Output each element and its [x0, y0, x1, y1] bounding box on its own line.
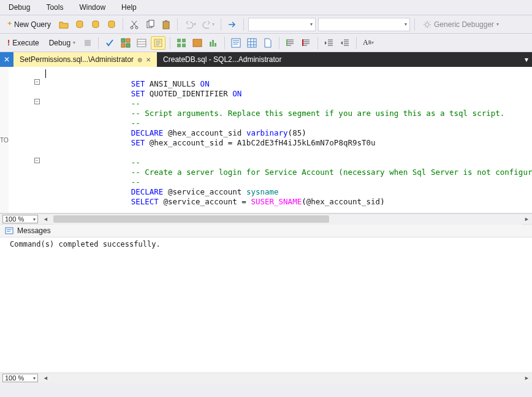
execute-button[interactable]: ! Execute: [4, 36, 43, 50]
estimated-plan-icon[interactable]: [119, 36, 132, 50]
db-icon-1[interactable]: [73, 18, 86, 31]
left-vertical-label: TO: [0, 137, 9, 144]
menu-debug[interactable]: Debug: [6, 2, 32, 13]
copy-icon[interactable]: [143, 18, 157, 31]
menu-window[interactable]: Window: [77, 2, 108, 13]
svg-rect-10: [85, 40, 91, 46]
tab-createdb[interactable]: CreateDB.sql - SQL2...Administrator: [157, 52, 287, 67]
parse-icon[interactable]: [103, 36, 116, 50]
svg-rect-21: [193, 39, 202, 47]
svg-point-9: [425, 23, 429, 26]
comment-icon[interactable]: [284, 36, 297, 50]
close-panel-button[interactable]: ✕: [0, 52, 13, 67]
toolbar-main: ⁺ New Query ▾ ▾ ▾ ▾ Generic Debugger ▾: [0, 15, 532, 34]
tab-setpermissions[interactable]: SetPermissions.sql...\Administrator ⊕ ✕: [13, 52, 157, 67]
tab-overflow-dropdown[interactable]: ▾: [521, 55, 532, 64]
svg-rect-27: [286, 39, 287, 46]
new-query-label: New Query: [14, 20, 51, 29]
messages-text: Command(s) completed successfully.: [10, 240, 161, 249]
results-file-icon[interactable]: [261, 36, 275, 50]
svg-rect-13: [121, 44, 125, 47]
svg-rect-12: [126, 39, 130, 42]
zoom-value: 100 %: [5, 215, 24, 223]
text-cursor: [45, 69, 46, 78]
query-options-icon[interactable]: [135, 36, 148, 50]
svg-rect-22: [210, 42, 211, 47]
navigate-icon[interactable]: [226, 18, 239, 31]
code-content[interactable]: SET ANSI_NULLS ON SET QUOTED_IDENTIFIER …: [9, 67, 532, 213]
intellisense-icon[interactable]: [151, 36, 165, 50]
db-icon-2[interactable]: [89, 18, 102, 31]
svg-rect-19: [177, 44, 181, 47]
svg-rect-15: [137, 39, 146, 47]
editor-hscroll: 100 %▾ ◄ ►: [0, 214, 532, 224]
scroll-right-icon[interactable]: ►: [522, 216, 532, 222]
scroll-left-icon[interactable]: ◄: [40, 375, 51, 381]
zoom-dropdown[interactable]: 100 %▾: [2, 215, 38, 223]
messages-icon: [5, 226, 13, 235]
cut-icon[interactable]: [127, 18, 141, 31]
svg-rect-28: [302, 39, 303, 46]
pin-icon[interactable]: ⊕: [137, 56, 142, 63]
messages-output[interactable]: Command(s) completed successfully.: [0, 237, 532, 372]
redo-icon[interactable]: ▾: [200, 18, 216, 31]
menu-tools[interactable]: Tools: [44, 2, 66, 13]
paste-icon[interactable]: [159, 18, 173, 31]
zoom-value: 100 %: [5, 374, 24, 382]
hscroll-track[interactable]: [53, 373, 522, 384]
close-icon[interactable]: ✕: [146, 56, 151, 63]
svg-rect-8: [165, 20, 167, 22]
debugger-dropdown[interactable]: Generic Debugger ▾: [419, 18, 503, 31]
new-query-button[interactable]: ⁺ New Query: [4, 18, 55, 31]
zoom-dropdown[interactable]: 100 %▾: [2, 374, 38, 382]
execute-label: Execute: [12, 39, 39, 47]
uncomment-icon[interactable]: [300, 36, 313, 50]
svg-rect-7: [163, 21, 169, 29]
exclamation-icon: !: [7, 38, 10, 47]
code-editor[interactable]: − − − SET ANSI_NULLS ON SET QUOTED_IDENT…: [9, 67, 532, 213]
debug-label: Debug: [49, 39, 70, 47]
debug-button[interactable]: Debug ▾: [45, 36, 79, 50]
left-vertical-tab[interactable]: TO: [0, 67, 9, 213]
svg-rect-11: [121, 39, 125, 42]
hscroll-track[interactable]: [53, 214, 522, 225]
svg-rect-26: [248, 39, 256, 47]
svg-rect-6: [149, 20, 154, 26]
stop-icon[interactable]: [82, 36, 94, 50]
svg-rect-29: [6, 228, 13, 234]
tab-label: SetPermissions.sql...\Administrator: [20, 55, 134, 64]
results-text-icon[interactable]: [229, 36, 243, 50]
messages-tab-header: Messages: [0, 224, 532, 237]
svg-rect-20: [182, 44, 186, 47]
svg-rect-24: [215, 43, 216, 47]
menu-bar: Debug Tools Window Help: [0, 0, 532, 15]
solution-config-dropdown[interactable]: ▾: [248, 18, 316, 31]
svg-rect-17: [177, 39, 181, 42]
debugger-label: Generic Debugger: [434, 20, 494, 29]
db-icon-3[interactable]: [105, 18, 118, 31]
document-tabs: ✕ SetPermissions.sql...\Administrator ⊕ …: [0, 52, 532, 67]
svg-rect-25: [232, 39, 240, 47]
scroll-right-icon[interactable]: ►: [522, 375, 532, 381]
indent-increase-icon[interactable]: [338, 36, 352, 50]
gear-icon: [423, 20, 431, 29]
undo-icon[interactable]: ▾: [182, 18, 198, 31]
solution-platform-dropdown[interactable]: ▾: [318, 18, 410, 31]
toolbar-sql: ! Execute Debug ▾ AB▾: [0, 34, 532, 52]
svg-rect-14: [126, 44, 130, 47]
messages-title[interactable]: Messages: [17, 226, 51, 235]
hscroll-thumb[interactable]: [53, 215, 329, 223]
results-grid-icon[interactable]: [245, 36, 259, 50]
sql-file-icon: ⁺: [7, 20, 12, 29]
specify-values-icon[interactable]: AB▾: [361, 36, 376, 50]
scroll-left-icon[interactable]: ◄: [40, 216, 51, 222]
menu-help[interactable]: Help: [119, 2, 139, 13]
actual-plan-icon[interactable]: [175, 36, 188, 50]
client-stats-icon[interactable]: [207, 36, 220, 50]
svg-rect-23: [212, 40, 214, 47]
live-stats-icon[interactable]: [191, 36, 204, 50]
messages-hscroll: 100 %▾ ◄ ►: [0, 372, 532, 383]
tab-label: CreateDB.sql - SQL2...Administrator: [163, 55, 281, 64]
open-file-icon[interactable]: [57, 18, 70, 31]
indent-decrease-icon[interactable]: [322, 36, 336, 50]
